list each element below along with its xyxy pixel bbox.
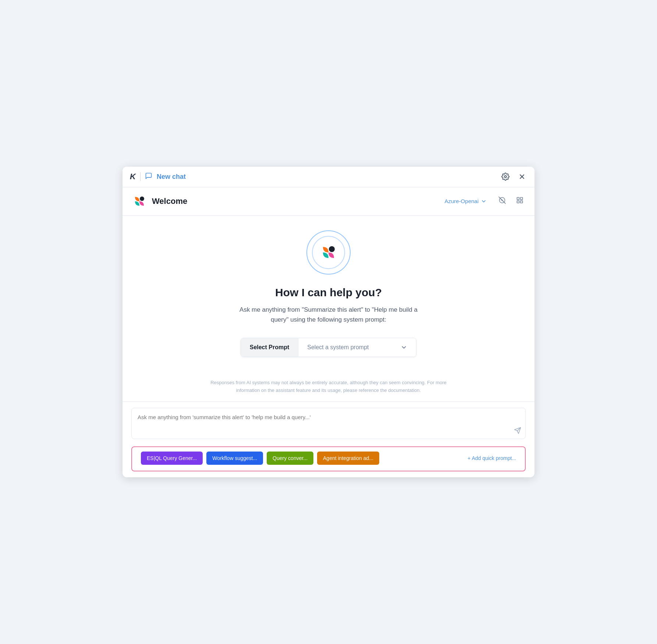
- welcome-heading: How I can help you?: [275, 286, 382, 299]
- main-logo: [319, 243, 338, 262]
- titlebar: K New chat: [122, 167, 535, 187]
- prompt-dropdown[interactable]: Select a system prompt: [298, 338, 416, 357]
- logo-circle-outer: [306, 230, 351, 275]
- close-button[interactable]: [517, 171, 527, 182]
- quick-prompts-bar: ES|QL Query Gener...Workflow suggest...Q…: [131, 446, 526, 471]
- quick-prompt-chip-3[interactable]: Agent integration ad...: [317, 452, 379, 465]
- svg-rect-8: [517, 201, 519, 203]
- chat-icon: [145, 172, 152, 181]
- app-logo-small: [131, 193, 148, 209]
- main-content: How I can help you? Ask me anything from…: [122, 216, 535, 402]
- svg-point-3: [140, 197, 144, 201]
- dropdown-chevron-icon: [401, 344, 407, 351]
- disclaimer-text: Responses from AI systems may not always…: [203, 372, 454, 394]
- titlebar-title: New chat: [157, 173, 186, 181]
- slash-icon: [498, 197, 506, 204]
- chat-input[interactable]: [131, 408, 526, 439]
- prompt-selector-row: Select Prompt Select a system prompt: [241, 338, 417, 357]
- quick-prompt-chip-1[interactable]: Workflow suggest...: [206, 452, 263, 465]
- quick-prompt-chip-2[interactable]: Query conver...: [267, 452, 313, 465]
- app-title: Welcome: [152, 197, 187, 206]
- send-icon: [514, 427, 521, 434]
- settings-button[interactable]: [500, 171, 511, 182]
- input-section: [122, 401, 535, 446]
- add-quick-prompt-button[interactable]: + Add quick prompt...: [468, 455, 516, 461]
- send-button[interactable]: [514, 427, 521, 436]
- grid-icon-button[interactable]: [514, 194, 526, 208]
- main-window: K New chat: [122, 167, 535, 478]
- k-logo: K: [130, 172, 136, 181]
- app-header-right: Azure-Openai: [441, 194, 526, 208]
- svg-point-10: [329, 246, 335, 252]
- titlebar-left: K New chat: [130, 172, 186, 181]
- quick-prompt-chip-0[interactable]: ES|QL Query Gener...: [141, 452, 203, 465]
- model-selector[interactable]: Azure-Openai: [441, 196, 490, 206]
- svg-rect-7: [521, 198, 523, 200]
- chevron-down-icon: [481, 198, 487, 204]
- select-prompt-button[interactable]: Select Prompt: [241, 338, 299, 357]
- titlebar-divider: [140, 172, 141, 181]
- input-wrapper: [131, 408, 526, 440]
- svg-point-0: [504, 176, 507, 178]
- titlebar-right: [500, 171, 527, 182]
- grid-icon: [516, 197, 523, 204]
- welcome-subtext: Ask me anything from "Summarize this ale…: [233, 305, 424, 325]
- edit-icon-button[interactable]: [496, 194, 508, 208]
- svg-rect-6: [517, 198, 519, 200]
- model-name: Azure-Openai: [444, 198, 479, 204]
- svg-rect-9: [521, 201, 523, 203]
- app-header: Welcome Azure-Openai: [122, 187, 535, 216]
- prompt-dropdown-placeholder: Select a system prompt: [307, 344, 396, 351]
- app-header-left: Welcome: [131, 193, 187, 209]
- logo-circle-inner: [312, 236, 345, 269]
